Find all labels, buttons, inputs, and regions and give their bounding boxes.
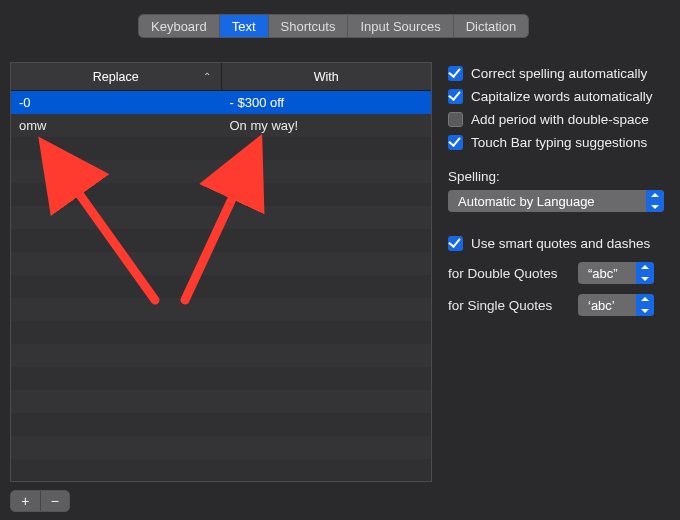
table-row — [11, 344, 431, 367]
cell-replace[interactable]: -0 — [11, 91, 221, 114]
tab-input-sources[interactable]: Input Sources — [348, 15, 453, 37]
table-row — [11, 390, 431, 413]
popup-chevrons-icon — [636, 262, 654, 284]
cell-with[interactable]: On my way! — [221, 114, 432, 137]
table-row — [11, 298, 431, 321]
table-row — [11, 137, 431, 160]
popup-chevrons-icon — [636, 294, 654, 316]
single-quotes-value: ‘abc’ — [588, 298, 615, 313]
checkbox-icon — [448, 66, 463, 81]
double-quotes-value: “abc” — [588, 266, 618, 281]
single-quotes-popup[interactable]: ‘abc’ — [578, 294, 654, 316]
tab-dictation[interactable]: Dictation — [454, 15, 529, 37]
double-quotes-label: for Double Quotes — [448, 266, 578, 281]
table-row — [11, 206, 431, 229]
table-body: -0- $300 offomwOn my way! — [11, 91, 431, 481]
table-row[interactable]: omwOn my way! — [11, 114, 431, 137]
opt-period[interactable]: Add period with double-space — [448, 108, 670, 130]
add-button[interactable]: + — [11, 491, 41, 511]
cell-with[interactable]: - $300 off — [221, 91, 432, 114]
table-row — [11, 252, 431, 275]
single-quotes-row: for Single Quotes ‘abc’ — [448, 292, 670, 318]
col-replace-label: Replace — [93, 70, 139, 84]
col-replace[interactable]: Replace ⌃ — [11, 63, 222, 90]
opt-label: Touch Bar typing suggestions — [471, 135, 647, 150]
col-with-label: With — [314, 70, 339, 84]
opt-label: Add period with double-space — [471, 112, 649, 127]
table-row — [11, 321, 431, 344]
opt-label: Capitalize words automatically — [471, 89, 653, 104]
table-row — [11, 183, 431, 206]
table-row — [11, 459, 431, 481]
table-header: Replace ⌃ With — [11, 63, 431, 91]
tab-text[interactable]: Text — [220, 15, 269, 37]
prefs-tabbar: Keyboard Text Shortcuts Input Sources Di… — [138, 14, 529, 38]
tab-keyboard[interactable]: Keyboard — [139, 15, 220, 37]
table-row — [11, 160, 431, 183]
spelling-label: Spelling: — [448, 169, 670, 184]
table-row — [11, 413, 431, 436]
double-quotes-row: for Double Quotes “abc” — [448, 260, 670, 286]
sort-indicator-icon: ⌃ — [203, 71, 211, 82]
text-replacements-table: Replace ⌃ With -0- $300 offomwOn my way! — [10, 62, 432, 482]
tab-shortcuts[interactable]: Shortcuts — [269, 15, 349, 37]
opt-touchbar[interactable]: Touch Bar typing suggestions — [448, 131, 670, 153]
popup-chevrons-icon — [646, 190, 664, 212]
double-quotes-popup[interactable]: “abc” — [578, 262, 654, 284]
checkbox-icon — [448, 236, 463, 251]
remove-button[interactable]: − — [41, 491, 70, 511]
table-row — [11, 275, 431, 298]
single-quotes-label: for Single Quotes — [448, 298, 578, 313]
spelling-popup[interactable]: Automatic by Language — [448, 190, 664, 212]
table-row — [11, 367, 431, 390]
table-row — [11, 229, 431, 252]
col-with[interactable]: With — [222, 63, 432, 90]
spelling-value: Automatic by Language — [458, 194, 595, 209]
opt-label: Use smart quotes and dashes — [471, 236, 650, 251]
cell-replace[interactable]: omw — [11, 114, 221, 137]
checkbox-icon — [448, 135, 463, 150]
checkbox-icon — [448, 89, 463, 104]
text-options: Correct spelling automatically Capitaliz… — [448, 62, 670, 318]
opt-capitalize[interactable]: Capitalize words automatically — [448, 85, 670, 107]
opt-smart-quotes[interactable]: Use smart quotes and dashes — [448, 232, 670, 254]
checkbox-icon — [448, 112, 463, 127]
add-remove-group: + − — [10, 490, 70, 512]
opt-label: Correct spelling automatically — [471, 66, 647, 81]
table-row — [11, 436, 431, 459]
table-row[interactable]: -0- $300 off — [11, 91, 431, 114]
opt-correct-spelling[interactable]: Correct spelling automatically — [448, 62, 670, 84]
